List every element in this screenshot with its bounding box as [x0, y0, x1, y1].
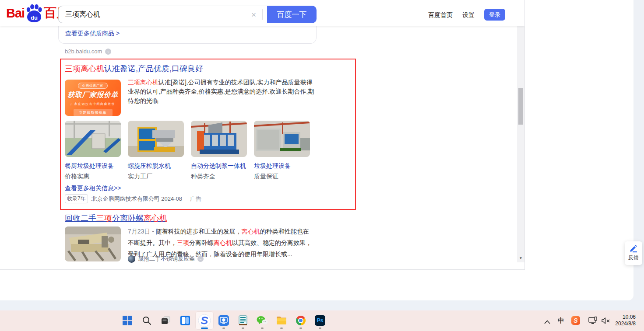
running-indicator [261, 328, 264, 329]
product-card-link[interactable]: 自动分选制浆一体机 [191, 162, 246, 170]
banner-cta-button[interactable]: 立即获取报价单 [74, 109, 113, 116]
chrome-icon[interactable] [292, 312, 310, 329]
hidden-icons-chevron[interactable] [544, 318, 550, 326]
windows-start-icon[interactable] [119, 312, 136, 329]
scroll-down-arrow[interactable]: ▼ [517, 255, 524, 261]
organic-result-thumb-image[interactable] [65, 226, 121, 261]
baidu-search-button[interactable]: 百度一下 [267, 6, 317, 23]
active-app-indicator [201, 328, 208, 329]
search-input[interactable] [59, 10, 249, 19]
file-explorer-icon[interactable] [273, 312, 290, 329]
running-indicator [280, 328, 283, 329]
see-more-products-link[interactable]: 查看更多优质商品 > [65, 30, 120, 38]
browser-window: 查看更多优质商品 > b2b.baidu.com ⌄ 三项离心机认准盈诺,产品优… [0, 0, 633, 300]
feedback-button[interactable]: 反馈 [625, 241, 642, 265]
running-indicator [242, 328, 244, 329]
ad-advertiser: 北京企腾网络技术有限公司 2024-08 [91, 195, 182, 203]
indexed-years-badge: 收录7年 [65, 194, 88, 203]
product-card-link[interactable]: 螺旋压榨脱水机 [128, 162, 171, 170]
search-box: × [58, 6, 267, 23]
source-domain: b2b.baidu.com [65, 48, 102, 55]
ad-result-title-link[interactable]: 三项离心机认准盈诺,产品优质,口碑良好 [65, 64, 203, 73]
more-info-link[interactable]: 查看更多相关信息>> [65, 185, 121, 192]
desktop-screen: 查看更多优质商品 > b2b.baidu.com ⌄ 三项离心机认准盈诺,产品优… [0, 0, 644, 331]
page-scrollbar[interactable]: ▲ ▼ [517, 0, 524, 262]
product-card-caption: 价格实惠 [65, 173, 89, 181]
pencil-icon [629, 245, 638, 253]
source-avatar [128, 255, 135, 263]
nav-baidu-home-link[interactable]: 百度首页 [428, 11, 453, 19]
baidu-logo-bai: Bai [6, 6, 25, 21]
product-thumb-image[interactable] [254, 121, 310, 157]
sogou-pinyin-icon[interactable]: S [571, 316, 580, 325]
running-indicator [319, 328, 321, 329]
site-badge-icon[interactable]: ⌄ [197, 256, 204, 262]
product-card-caption: 种类齐全 [191, 173, 215, 181]
scrollbar-thumb[interactable] [518, 88, 523, 125]
baidu-paw-icon: du [25, 3, 43, 23]
svg-text:du: du [31, 14, 38, 21]
banner-headline: 获取厂家报价单 [65, 91, 121, 100]
ad-banner-image[interactable]: 企腾优选厂家 获取厂家报价单 厂家直销没有中间商赚差价 立即获取报价单 [65, 80, 121, 116]
baidu-results-page: 查看更多优质商品 > b2b.baidu.com ⌄ 三项离心机认准盈诺,产品优… [0, 0, 525, 270]
security-center-icon[interactable] [215, 312, 232, 329]
site-badge-icon[interactable]: ⌄ [105, 49, 111, 55]
clear-search-icon[interactable]: × [249, 10, 259, 19]
organic-result-title-link[interactable]: 回收二手三项分离卧螺离心机 [65, 214, 167, 223]
product-card-caption: 实力工厂 [128, 173, 152, 181]
display-device-icon[interactable] [588, 317, 598, 327]
sogou-browser-icon[interactable] [196, 312, 213, 329]
product-thumb-image[interactable] [65, 121, 121, 157]
product-thumb-image[interactable] [191, 121, 247, 157]
ad-label: 广告 [190, 195, 201, 203]
notepad-icon[interactable] [234, 312, 252, 329]
running-indicator [222, 328, 225, 329]
product-card-caption: 质量保证 [254, 173, 278, 181]
banner-subline: 厂家直销没有中间商赚差价 [65, 102, 121, 106]
running-indicator [299, 328, 302, 329]
banner-pill-label: 企腾优选厂家 [78, 83, 108, 89]
feedback-label: 反馈 [628, 254, 639, 261]
login-button[interactable]: 登录 [484, 9, 505, 21]
search-divider [262, 9, 263, 20]
input-method-chinese-icon[interactable]: 中 [558, 317, 564, 325]
photoshop-icon[interactable]: Ps [311, 312, 329, 329]
task-view-icon[interactable] [157, 312, 175, 329]
ad-description: 三项离心机认准[盈诺],公司拥有专业的技术团队,实力和产品质量获得业界的认可,产… [128, 78, 318, 105]
volume-muted-icon[interactable] [602, 317, 610, 326]
product-thumb-image[interactable] [128, 121, 184, 157]
search-header: Bai du 百度 × [0, 0, 524, 26]
ad-source-row: 收录7年 北京企腾网络技术有限公司 2024-08 广告 [65, 194, 201, 203]
widgets-icon[interactable] [176, 312, 194, 329]
ad-result-red-outline: 三项离心机认准盈诺,产品优质,口碑良好 企腾优选厂家 获取厂家报价单 厂家直销没… [60, 59, 356, 210]
product-card-link[interactable]: 垃圾处理设备 [254, 162, 291, 170]
taskbar-pinned-icons: Ps [119, 312, 331, 329]
source-site-name: 晟翰二手不锈钢反应釜 [138, 255, 195, 263]
desktop-bottom-band [0, 300, 644, 310]
taskbar-clock[interactable]: 10:06 2024/8/8 [615, 314, 636, 327]
windows-taskbar: Ps 中 S 10:06 2024/8/8 [0, 310, 644, 331]
nav-settings-link[interactable]: 设置 [462, 11, 475, 19]
search-icon[interactable] [138, 312, 155, 329]
previous-result-source-row: b2b.baidu.com ⌄ [65, 48, 111, 55]
organic-source-row: 晟翰二手不锈钢反应釜 ⌄ [128, 255, 204, 263]
clock-time: 10:06 [615, 314, 636, 321]
product-card-link[interactable]: 餐厨垃圾处理设备 [65, 162, 114, 170]
clock-date: 2024/8/8 [615, 321, 636, 327]
wechat-icon[interactable] [253, 312, 271, 329]
